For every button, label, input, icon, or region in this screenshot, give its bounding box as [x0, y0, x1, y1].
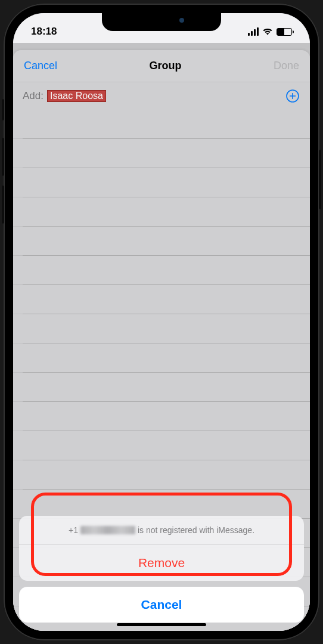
add-contact-button[interactable]	[285, 88, 300, 104]
message-suffix: is not registered with iMessage.	[138, 525, 254, 535]
action-sheet: +1 is not registered with iMessage. Remo…	[19, 516, 304, 623]
phone-prefix: +1	[69, 525, 78, 535]
action-sheet-message: +1 is not registered with iMessage.	[19, 516, 304, 545]
cellular-icon	[248, 27, 259, 36]
camera-dot	[179, 18, 184, 23]
notch	[102, 13, 221, 31]
wifi-icon	[262, 27, 273, 36]
redacted-phone-number	[80, 526, 135, 534]
app-content: Cancel Group Done Add: Isaac Roosa	[13, 43, 310, 631]
power-button	[319, 150, 321, 209]
nav-title: Group	[150, 60, 182, 72]
nav-done-button: Done	[274, 60, 299, 72]
nav-bar: Cancel Group Done	[13, 50, 310, 82]
mute-switch	[2, 99, 4, 120]
status-right	[248, 27, 292, 36]
screen: 18:18 Cancel Group Done	[13, 13, 310, 631]
add-contact-row[interactable]: Add: Isaac Roosa	[13, 82, 310, 110]
battery-icon	[277, 28, 292, 36]
home-indicator[interactable]	[117, 623, 206, 626]
add-label: Add:	[23, 90, 44, 102]
nav-cancel-button[interactable]: Cancel	[24, 60, 57, 72]
contact-token[interactable]: Isaac Roosa	[47, 90, 106, 102]
remove-button[interactable]: Remove	[19, 545, 304, 581]
cancel-button[interactable]: Cancel	[19, 587, 304, 623]
status-time: 18:18	[31, 26, 57, 38]
volume-up-button	[2, 138, 4, 176]
phone-frame: 18:18 Cancel Group Done	[4, 4, 319, 640]
action-sheet-group: +1 is not registered with iMessage. Remo…	[19, 516, 304, 581]
volume-down-button	[2, 185, 4, 224]
plus-circle-icon	[285, 89, 300, 103]
